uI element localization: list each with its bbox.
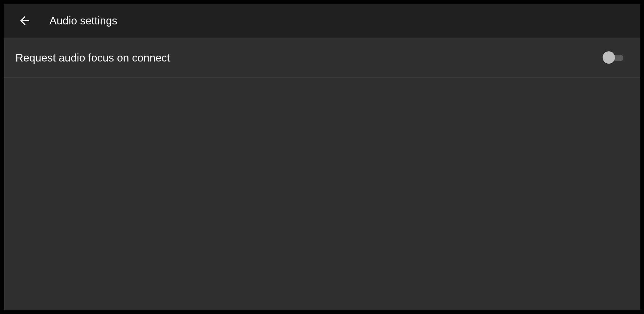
settings-content: Request audio focus on connect xyxy=(4,38,640,310)
back-button[interactable] xyxy=(15,11,34,30)
toggle-request-audio-focus[interactable] xyxy=(604,54,623,62)
setting-request-audio-focus[interactable]: Request audio focus on connect xyxy=(4,38,640,78)
header-bar: Audio settings xyxy=(4,4,640,38)
toggle-thumb xyxy=(603,51,615,64)
app-root: Audio settings Request audio focus on co… xyxy=(0,0,644,314)
back-arrow-icon xyxy=(18,14,32,28)
setting-label: Request audio focus on connect xyxy=(15,52,170,64)
page-title: Audio settings xyxy=(49,15,117,27)
